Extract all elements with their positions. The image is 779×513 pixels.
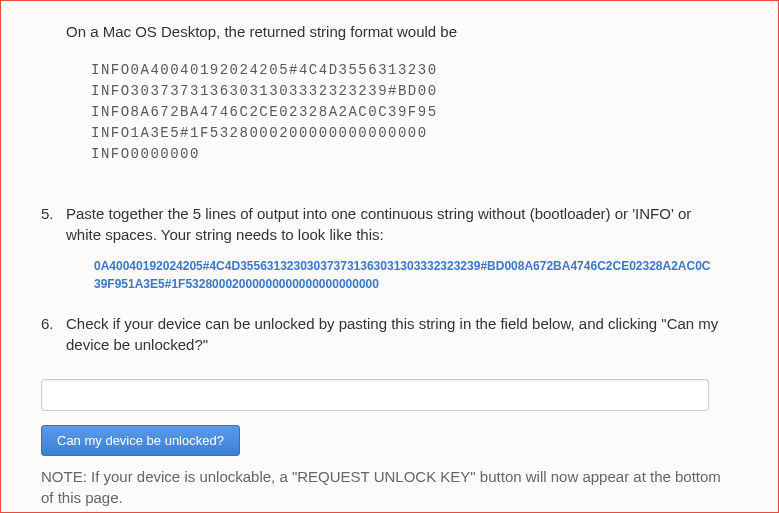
code-line: INFO0A40040192024205#4C4D3556313230	[91, 60, 723, 81]
code-line: INFO0000000	[91, 144, 723, 165]
step-6-text: Check if your device can be unlocked by …	[66, 315, 718, 353]
note-text: NOTE: If your device is unlockable, a "R…	[41, 466, 723, 508]
intro-text: On a Mac OS Desktop, the returned string…	[66, 21, 723, 42]
code-line: INFO8A672BA4746C2CE02328A2AC0C39F95	[91, 102, 723, 123]
code-line: INFO1A3E5#1F5328000200000000000000	[91, 123, 723, 144]
unlock-string-input[interactable]	[41, 379, 709, 411]
instruction-list: Paste together the 5 lines of output int…	[41, 203, 723, 355]
check-unlock-button[interactable]: Can my device be unlocked?	[41, 425, 240, 456]
example-hex-string: 0A40040192024205#4C4D3556313230303737313…	[94, 257, 714, 293]
code-line: INFO30373731363031303332323239#BD00	[91, 81, 723, 102]
code-block: INFO0A40040192024205#4C4D3556313230 INFO…	[91, 60, 723, 165]
step-5-text: Paste together the 5 lines of output int…	[66, 205, 691, 243]
step-5: Paste together the 5 lines of output int…	[41, 203, 723, 293]
instruction-panel: On a Mac OS Desktop, the returned string…	[0, 0, 779, 513]
step-6: Check if your device can be unlocked by …	[41, 313, 723, 355]
